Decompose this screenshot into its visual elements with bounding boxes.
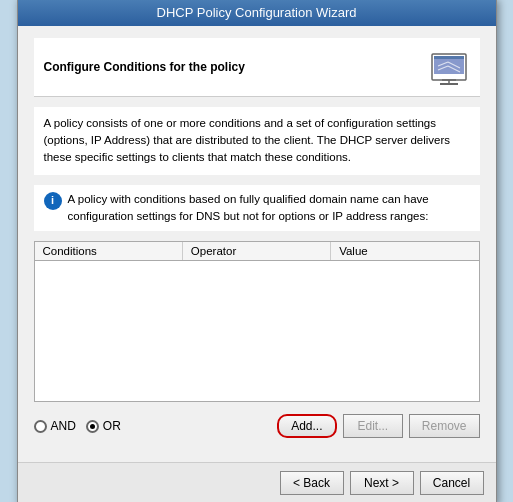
info-icon: i	[44, 192, 62, 210]
table-body	[35, 261, 479, 401]
dialog-footer: < Back Next > Cancel	[18, 462, 496, 502]
description-text: A policy consists of one or more conditi…	[34, 107, 480, 175]
radio-and-label: AND	[51, 419, 76, 433]
dialog-content: Configure Conditions for the policy	[18, 26, 496, 462]
note-text: A policy with conditions based on fully …	[68, 191, 470, 226]
cancel-button[interactable]: Cancel	[420, 471, 484, 495]
remove-button[interactable]: Remove	[409, 414, 480, 438]
dialog-title-bar: DHCP Policy Configuration Wizard	[18, 0, 496, 26]
col-value: Value	[331, 242, 478, 260]
network-icon	[428, 46, 470, 88]
dialog-title: DHCP Policy Configuration Wizard	[157, 5, 357, 20]
section-header-text: Configure Conditions for the policy	[44, 60, 245, 74]
radio-or-circle	[86, 420, 99, 433]
add-button[interactable]: Add...	[277, 414, 337, 438]
dhcp-wizard-dialog: DHCP Policy Configuration Wizard Configu…	[17, 0, 497, 502]
conditions-table: Conditions Operator Value	[34, 241, 480, 402]
radio-and-circle	[34, 420, 47, 433]
next-button[interactable]: Next >	[350, 471, 414, 495]
radio-and-buttons-row: AND OR Add... Edit... Remove	[34, 414, 480, 438]
action-buttons: Add... Edit... Remove	[277, 414, 480, 438]
radio-and[interactable]: AND	[34, 419, 76, 433]
edit-button[interactable]: Edit...	[343, 414, 403, 438]
col-operator: Operator	[183, 242, 331, 260]
back-button[interactable]: < Back	[280, 471, 344, 495]
radio-or-label: OR	[103, 419, 121, 433]
svg-rect-2	[434, 56, 464, 59]
radio-or[interactable]: OR	[86, 419, 121, 433]
section-header: Configure Conditions for the policy	[34, 38, 480, 97]
table-header: Conditions Operator Value	[35, 242, 479, 261]
col-conditions: Conditions	[35, 242, 183, 260]
info-note: i A policy with conditions based on full…	[34, 185, 480, 232]
